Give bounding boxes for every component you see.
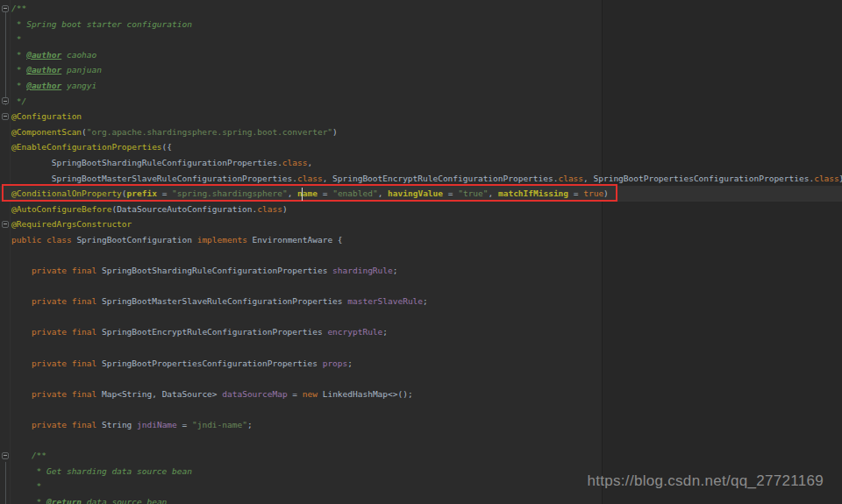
- fold-toggle-icon[interactable]: [2, 113, 9, 120]
- code-line[interactable]: private final Map<String, DataSource> da…: [0, 387, 842, 402]
- code-line[interactable]: [0, 279, 842, 295]
- fold-toggle-icon[interactable]: [2, 5, 9, 12]
- code-line[interactable]: */: [0, 94, 842, 110]
- code-line[interactable]: @ComponentScan("org.apache.shardingspher…: [0, 124, 842, 140]
- code-line[interactable]: @EnableConfigurationProperties({: [0, 139, 842, 155]
- watermark: https://blog.csdn.net/qq_27721169: [587, 472, 824, 490]
- code-line[interactable]: *: [0, 32, 842, 47]
- fold-toggle-icon[interactable]: [2, 452, 9, 459]
- code-line[interactable]: [0, 248, 842, 264]
- code-line[interactable]: private final SpringBootPropertiesConfig…: [0, 356, 842, 372]
- code-line[interactable]: * Spring boot starter configuration: [0, 17, 842, 32]
- code-line[interactable]: @ConditionalOnProperty(prefix = "spring.…: [0, 186, 842, 202]
- code-line[interactable]: [0, 401, 842, 417]
- code-line[interactable]: private final String jndiName = "jndi-na…: [0, 417, 842, 433]
- code-line[interactable]: public class SpringBootConfiguration imp…: [0, 232, 842, 248]
- code-line[interactable]: SpringBootShardingRuleConfigurationPrope…: [0, 155, 842, 171]
- code-line[interactable]: [0, 309, 842, 325]
- code-lines: /** * Spring boot starter configuration …: [0, 1, 842, 504]
- code-line[interactable]: @AutoConfigureBefore(DataSourceAutoConfi…: [0, 202, 842, 217]
- code-line[interactable]: private final SpringBootMasterSlaveRuleC…: [0, 294, 842, 309]
- code-line[interactable]: * @author yangyi: [0, 78, 842, 94]
- code-line[interactable]: * @return data source bean: [0, 494, 842, 504]
- code-line[interactable]: * @author caohao: [0, 47, 842, 63]
- fold-toggle-icon[interactable]: [2, 97, 9, 104]
- code-line[interactable]: @Configuration: [0, 109, 842, 124]
- code-line[interactable]: /**: [0, 448, 842, 464]
- code-line[interactable]: private final SpringBootShardingRuleConf…: [0, 263, 842, 279]
- code-line[interactable]: private final SpringBootEncryptRuleConfi…: [0, 324, 842, 340]
- text-caret: [302, 188, 303, 201]
- code-editor[interactable]: /** * Spring boot starter configuration …: [0, 0, 842, 504]
- fold-toggle-icon[interactable]: [2, 221, 9, 228]
- code-line[interactable]: [0, 340, 842, 356]
- code-line[interactable]: @RequiredArgsConstructor: [0, 217, 842, 232]
- code-line[interactable]: * @author panjuan: [0, 62, 842, 78]
- code-line[interactable]: [0, 371, 842, 387]
- code-line[interactable]: SpringBootMasterSlaveRuleConfigurationPr…: [0, 171, 842, 187]
- code-line[interactable]: /**: [0, 1, 842, 17]
- code-line[interactable]: [0, 433, 842, 449]
